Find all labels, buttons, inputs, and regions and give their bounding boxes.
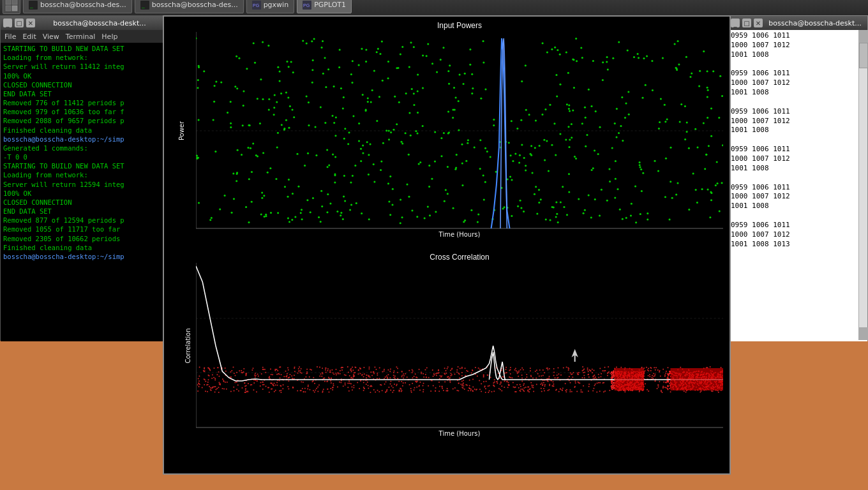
svg-point-116 (455, 97, 457, 99)
svg-point-2157 (613, 371, 614, 372)
data-output[interactable]: 0959 1006 1011 1000 1007 1012 1001 1008 … (728, 30, 867, 341)
svg-point-1799 (349, 375, 350, 376)
svg-point-575 (565, 52, 567, 54)
svg-point-1780 (657, 387, 659, 388)
svg-point-481 (308, 101, 310, 103)
svg-point-1770 (209, 386, 210, 387)
svg-point-1544 (525, 387, 527, 388)
svg-text:PG: PG (253, 3, 259, 8)
svg-point-1498 (560, 389, 561, 390)
svg-point-847 (275, 384, 276, 385)
svg-point-47 (289, 105, 291, 107)
close-button[interactable]: ✕ (26, 19, 35, 27)
svg-point-518 (490, 156, 491, 158)
svg-point-128 (563, 206, 565, 208)
svg-point-250 (447, 70, 449, 72)
data-close-button[interactable]: ✕ (754, 19, 763, 27)
svg-point-612 (267, 45, 269, 47)
data-titlebar: _ □ ✕ bosscha@bosscha-deskt... (728, 16, 867, 30)
svg-point-600 (511, 120, 513, 122)
svg-point-409 (324, 122, 326, 124)
taskbar-btn-terminal1[interactable]: _ bosscha@bosscha-des... (23, 0, 132, 13)
data-row: 1001 1008 (731, 88, 865, 98)
svg-point-280 (311, 40, 313, 42)
svg-point-1108 (493, 385, 495, 386)
data-row: 1001 1008 (731, 50, 865, 60)
svg-point-1827 (394, 378, 396, 379)
svg-point-429 (479, 139, 481, 141)
svg-point-512 (658, 128, 660, 130)
svg-point-1186 (451, 368, 453, 369)
svg-point-733 (481, 383, 482, 384)
svg-point-1189 (449, 380, 451, 382)
svg-point-563 (230, 126, 232, 128)
svg-point-1373 (485, 388, 486, 389)
svg-point-890 (202, 387, 203, 389)
terminal-output[interactable]: STARTING TO BUILD NEW DATA SETLoading fr… (1, 43, 164, 341)
data-maximize-button[interactable]: □ (742, 19, 751, 27)
svg-point-757 (230, 371, 231, 373)
svg-point-1291 (712, 390, 714, 392)
svg-point-514 (568, 173, 570, 175)
svg-point-686 (255, 373, 256, 374)
svg-point-479 (479, 168, 481, 170)
svg-point-1093 (657, 369, 659, 371)
svg-point-259 (436, 71, 438, 73)
svg-point-1763 (362, 374, 363, 375)
svg-point-597 (250, 147, 251, 149)
svg-point-1749 (478, 368, 479, 369)
svg-point-286 (264, 216, 266, 218)
minimize-button[interactable]: _ (3, 19, 12, 27)
data-row: 1001 1008 (731, 164, 865, 174)
svg-point-1742 (317, 390, 318, 392)
svg-point-50 (288, 221, 290, 223)
svg-point-527 (251, 201, 253, 203)
svg-point-118 (297, 186, 299, 188)
svg-point-1019 (444, 381, 445, 382)
data-row: 1001 1008 (731, 126, 865, 135)
svg-point-1532 (304, 391, 306, 392)
svg-point-312 (276, 101, 278, 103)
taskbar-btn-pgxwin[interactable]: PG pgxwin (246, 0, 295, 13)
taskbar-btn-terminal2[interactable]: _ bosscha@bosscha-des... (135, 0, 244, 13)
workspace-switcher[interactable] (3, 0, 20, 14)
taskbar-btn-pgplot1[interactable]: PG PGPLOT1 (297, 0, 352, 13)
svg-point-1572 (313, 377, 314, 378)
svg-point-1568 (394, 383, 395, 385)
maximize-button[interactable]: □ (15, 19, 24, 27)
svg-point-242 (358, 64, 360, 66)
svg-point-1773 (303, 382, 304, 383)
svg-point-1529 (370, 392, 371, 393)
svg-point-245 (426, 55, 428, 57)
svg-point-1615 (270, 369, 271, 370)
svg-point-1787 (526, 374, 527, 375)
svg-point-1259 (407, 376, 408, 378)
svg-point-108 (543, 139, 545, 141)
svg-point-851 (434, 375, 435, 376)
svg-point-390 (471, 93, 473, 94)
svg-point-1484 (353, 385, 354, 386)
svg-point-292 (236, 172, 238, 174)
svg-point-803 (510, 367, 511, 368)
svg-point-516 (391, 204, 393, 206)
svg-point-62 (301, 218, 303, 220)
menu-help[interactable]: Help (101, 33, 117, 41)
menu-file[interactable]: File (4, 33, 16, 41)
svg-point-619 (568, 108, 570, 110)
data-minimize-button[interactable]: _ (731, 19, 740, 27)
svg-point-576 (710, 199, 712, 201)
svg-point-930 (306, 371, 308, 373)
svg-point-503 (259, 122, 261, 124)
svg-point-1158 (318, 385, 320, 386)
svg-point-923 (344, 375, 345, 376)
svg-point-398 (639, 167, 641, 168)
svg-point-1315 (327, 368, 329, 369)
menu-terminal[interactable]: Terminal (66, 33, 96, 41)
svg-point-348 (354, 165, 356, 167)
svg-point-1446 (233, 367, 234, 368)
svg-point-329 (358, 140, 360, 142)
menu-view[interactable]: View (43, 33, 59, 41)
svg-point-350 (680, 103, 682, 105)
menu-edit[interactable]: Edit (22, 33, 36, 41)
svg-point-1286 (368, 385, 369, 386)
